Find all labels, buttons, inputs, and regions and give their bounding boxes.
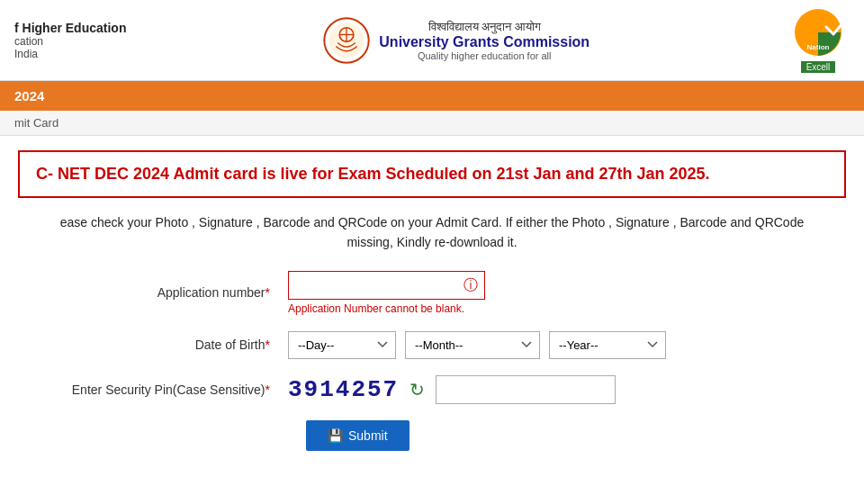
submit-row: 💾 Submit [54,420,810,451]
ugc-tagline-text: Quality higher education for all [379,50,590,61]
dob-row: Date of Birth* --Day-- --Month-- --Year-… [54,331,810,359]
ugc-text-block: विश्वविद्यालय अनुदान आयोग University Gra… [379,20,590,61]
year-bar: 2024 [0,81,864,111]
application-number-row: Application number* ⓘ Application Number… [54,271,810,315]
security-pin-label: Enter Security Pin(Case Sensitive)* [54,382,288,397]
naac-logo-container: Nation Excell [787,7,850,73]
application-label-text: Application number [158,285,266,300]
application-input-wrapper: ⓘ [288,271,485,300]
info-line2: missing, Kindly re-download it. [18,232,846,252]
security-pin-label-text: Enter Security Pin(Case Sensitive) [72,382,266,397]
page-header: f Higher Education cation India विश्वविद… [0,0,864,81]
dob-label-text: Date of Birth [195,338,266,352]
main-content: C- NET DEC 2024 Admit card is live for E… [0,136,864,465]
org-info: f Higher Education cation India [14,21,126,60]
security-pin-input[interactable] [436,375,616,404]
submit-icon: 💾 [328,428,343,443]
ugc-logo-icon [323,17,370,64]
admit-card-form: Application number* ⓘ Application Number… [18,271,846,451]
alert-box: C- NET DEC 2024 Admit card is live for E… [18,150,846,198]
year-label: 2024 [14,88,44,104]
ugc-english-text: University Grants Commission [379,34,590,50]
security-required-star: * [266,382,270,397]
dob-selects: --Day-- --Month-- --Year-- [288,331,666,359]
breadcrumb: mit Card [0,111,864,136]
breadcrumb-text: mit Card [14,116,58,130]
alert-message: C- NET DEC 2024 Admit card is live for E… [36,165,828,184]
submit-button[interactable]: 💾 Submit [306,420,410,451]
dob-year-select[interactable]: --Year-- [549,331,666,359]
svg-text:Nation: Nation [807,43,830,51]
dob-day-select[interactable]: --Day-- [288,331,396,359]
org-sub2: India [14,48,126,60]
info-text-block: ease check your Photo , Signature , Barc… [18,212,846,253]
submit-label: Submit [348,428,388,443]
captcha-display: 3914257 [288,376,399,403]
org-sub1: cation [14,35,126,48]
naac-logo-icon: Nation [787,7,850,61]
info-line1: ease check your Photo , Signature , Barc… [18,212,846,232]
dob-month-select[interactable]: --Month-- [405,331,540,359]
ugc-hindi-text: विश्वविद्यालय अनुदान आयोग [379,20,590,34]
security-pin-controls: 3914257 ↻ [288,375,616,404]
naac-excell-badge: Excell [801,61,836,73]
dob-required-star: * [266,338,270,352]
application-number-field-wrapper: ⓘ Application Number cannot be blank. [288,271,485,315]
application-number-input[interactable] [288,271,485,300]
application-number-label: Application number* [54,285,288,300]
warning-icon: ⓘ [464,275,478,294]
security-pin-row: Enter Security Pin(Case Sensitive)* 3914… [54,375,810,404]
refresh-captcha-icon[interactable]: ↻ [410,379,425,400]
org-name: f Higher Education [14,21,126,35]
dob-label: Date of Birth* [54,338,288,352]
application-error-text: Application Number cannot be blank. [288,302,485,315]
required-star: * [266,285,270,300]
ugc-branding: विश्वविद्यालय अनुदान आयोग University Gra… [323,17,590,64]
